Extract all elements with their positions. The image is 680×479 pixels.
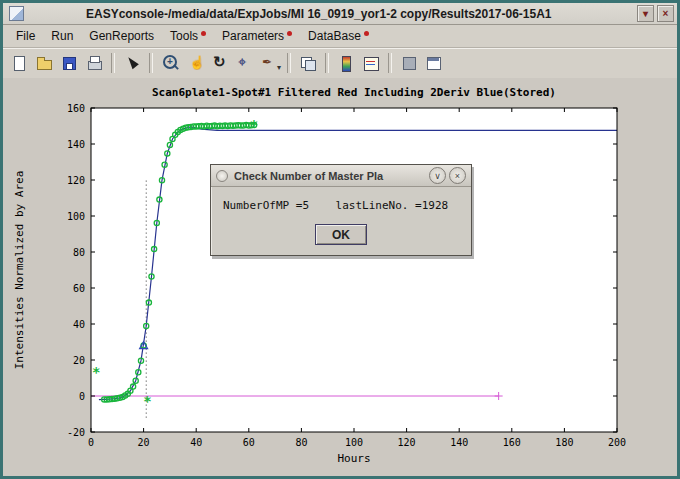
- hide-plot-tools-icon: [400, 54, 418, 72]
- y-tick-label: 120: [67, 175, 85, 186]
- close-button[interactable]: ×: [657, 5, 674, 22]
- edit-arrow-icon: [123, 54, 141, 72]
- menu-label: GenReports: [89, 29, 154, 43]
- pan-hand-icon: [186, 54, 204, 72]
- x-tick-label: 60: [243, 437, 255, 448]
- save-button[interactable]: [57, 51, 81, 75]
- dialog-button-row: OK: [223, 224, 459, 245]
- menu-tools[interactable]: Tools: [163, 26, 215, 46]
- red-dot-icon: [364, 31, 369, 36]
- x-tick-label: 40: [190, 437, 202, 448]
- x-tick-label: 200: [608, 437, 626, 448]
- red-dot-icon: [201, 31, 206, 36]
- x-axis-label: Hours: [337, 452, 370, 465]
- insert-colorbar-button[interactable]: [334, 51, 358, 75]
- y-tick-label: 60: [73, 283, 85, 294]
- y-tick-label: 100: [67, 211, 85, 222]
- window-controls: ▾ ×: [637, 5, 674, 22]
- y-tick-label: 0: [79, 391, 85, 402]
- toolbar-separator: [325, 53, 329, 73]
- y-tick-label: -20: [67, 427, 85, 438]
- link-plot-icon: [299, 54, 317, 72]
- dialog-message: NumberOfMP =5 lastLineNo. =1928: [223, 199, 459, 212]
- dialog-collapse-button[interactable]: ∨: [429, 167, 446, 184]
- close-icon: ×: [663, 8, 669, 19]
- y-tick-label: 160: [67, 103, 85, 114]
- data-cursor-button[interactable]: [233, 51, 257, 75]
- print-button[interactable]: [82, 51, 106, 75]
- zoom-in-icon: [161, 54, 179, 72]
- x-tick-label: 120: [398, 437, 416, 448]
- hide-plot-tools-button[interactable]: [397, 51, 421, 75]
- dialog-titlebar[interactable]: Check Number of Master Pla ∨ ×: [211, 165, 471, 187]
- rotate-icon: [211, 54, 229, 72]
- y-axis-label: Intensities Normalized by Area: [13, 171, 26, 370]
- figure-area: ***020406080100120140160180200-200204060…: [3, 78, 677, 476]
- star-marker: *: [250, 117, 258, 133]
- show-plot-tools-button[interactable]: [422, 51, 446, 75]
- menu-run[interactable]: Run: [44, 26, 82, 46]
- menu-label: Tools: [170, 29, 198, 43]
- x-tick-label: 160: [503, 437, 521, 448]
- close-icon: ×: [455, 171, 460, 181]
- app-icon[interactable]: [9, 6, 24, 21]
- check-master-plates-dialog: Check Number of Master Pla ∨ × NumberOfM…: [210, 164, 472, 256]
- open-folder-icon: [35, 54, 53, 72]
- minimize-icon: ▾: [643, 8, 648, 19]
- star-marker: *: [143, 393, 151, 409]
- edit-arrow-button[interactable]: [120, 51, 144, 75]
- insert-legend-button[interactable]: [359, 51, 383, 75]
- link-plot-button[interactable]: [296, 51, 320, 75]
- window-title: EASYconsole-/media/data/ExpJobs/MI 16_09…: [86, 7, 552, 21]
- x-tick-label: 80: [295, 437, 307, 448]
- red-dot-icon: [287, 31, 292, 36]
- menu-label: DataBase: [308, 29, 361, 43]
- menu-label: Run: [51, 29, 73, 43]
- x-tick-label: 140: [450, 437, 468, 448]
- dialog-body: NumberOfMP =5 lastLineNo. =1928 OK: [211, 187, 471, 255]
- menu-label: File: [16, 29, 35, 43]
- open-folder-button[interactable]: [32, 51, 56, 75]
- toolbar: [3, 48, 677, 79]
- dialog-close-button[interactable]: ×: [449, 167, 466, 184]
- new-file-button[interactable]: [7, 51, 31, 75]
- print-icon: [85, 54, 103, 72]
- menu-parameters[interactable]: Parameters: [215, 26, 301, 46]
- dialog-title: Check Number of Master Pla: [234, 170, 426, 182]
- brush-icon: [261, 54, 279, 72]
- insert-legend-icon: [362, 54, 380, 72]
- y-tick-label: 140: [67, 139, 85, 150]
- toolbar-separator: [111, 53, 115, 73]
- show-plot-tools-icon: [425, 54, 443, 72]
- chevron-down-icon: ∨: [434, 171, 441, 181]
- y-tick-label: 80: [73, 247, 85, 258]
- menu-genreports[interactable]: GenReports: [82, 26, 163, 46]
- save-icon: [60, 54, 78, 72]
- dialog-icon: [216, 170, 228, 182]
- toolbar-separator: [149, 53, 153, 73]
- menu-database[interactable]: DataBase: [301, 26, 378, 46]
- x-tick-label: 100: [345, 437, 363, 448]
- menubar: FileRunGenReportsToolsParametersDataBase: [3, 25, 677, 48]
- zoom-in-button[interactable]: [158, 51, 182, 75]
- brush-button[interactable]: [258, 51, 282, 75]
- x-tick-label: 180: [555, 437, 573, 448]
- toolbar-separator: [388, 53, 392, 73]
- chart-title: Scan6plate1-Spot#1 Filtered Red Includin…: [152, 86, 556, 99]
- pan-hand-button[interactable]: [183, 51, 207, 75]
- x-tick-label: 20: [138, 437, 150, 448]
- rotate-button[interactable]: [208, 51, 232, 75]
- ok-button[interactable]: OK: [315, 224, 367, 245]
- new-file-icon: [10, 54, 28, 72]
- x-tick-label: 0: [88, 437, 94, 448]
- plot-canvas[interactable]: ***020406080100120140160180200-200204060…: [3, 78, 677, 476]
- minimize-button[interactable]: ▾: [637, 5, 654, 22]
- insert-colorbar-icon: [337, 54, 355, 72]
- titlebar[interactable]: EASYconsole-/media/data/ExpJobs/MI 16_09…: [3, 3, 677, 25]
- menu-label: Parameters: [222, 29, 284, 43]
- data-cursor-icon: [236, 54, 254, 72]
- y-tick-label: 40: [73, 319, 85, 330]
- y-tick-label: 20: [73, 355, 85, 366]
- menu-file[interactable]: File: [9, 26, 44, 46]
- toolbar-separator: [287, 53, 291, 73]
